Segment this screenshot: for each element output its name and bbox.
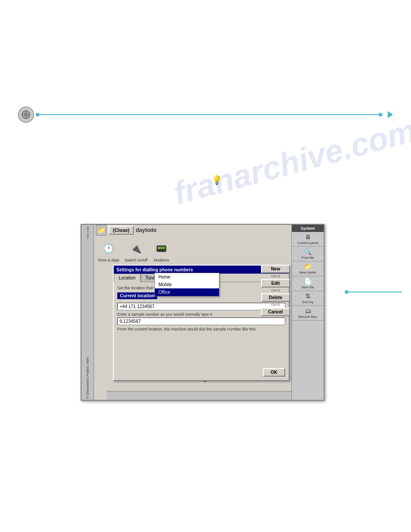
ok-button[interactable]: OK [263,368,285,377]
find-file-icon: 🔍 [304,248,312,255]
free-space-label: Free 6.2M [86,227,89,239]
lightbulb-icon: 💡 [211,175,223,185]
content-area: 🕐 Time & date 🔌 Switch on/off 📟 Modems S… [94,236,324,400]
recent-files-label: Recent files [299,315,317,319]
right-btn-control-panel[interactable]: 🖥 Control panel [292,232,324,247]
dropdown-item-mobile[interactable]: Mobile [155,281,219,288]
title-bar: 📁 (Close) daytodo [94,225,324,236]
control-icon-modems[interactable]: 📟 Modems [153,240,170,262]
new-folder-label: New folder [299,270,316,275]
modems-icon: 📟 [153,240,170,257]
status-bar [107,391,291,400]
ok-button-area: OK [263,368,285,377]
side-line [348,292,402,292]
right-btn-new-file[interactable]: 📄 New file [292,276,324,291]
cancel-button[interactable]: Cancel [261,308,290,316]
recent-files-icon: 🗂 [305,307,311,314]
sort-icon: ⇅ [305,292,311,300]
dialog-action-buttons: New Ctrl+N Edit Ctrl+E Delete Ctrl+D Can… [261,265,290,316]
phone-number-field[interactable]: +44 171 1234567 [117,303,285,310]
dial-result-label: From the current location, the machine w… [117,327,285,331]
line-end-dot [379,113,382,116]
app-icon: 📁 [96,225,107,236]
side-dot [345,290,348,294]
time-date-icon: 🕐 [100,240,117,257]
switch-label: Switch on/off [124,258,147,262]
new-button[interactable]: New [261,265,290,273]
new-folder-icon: 📁 [304,263,312,270]
dropdown-item-home[interactable]: Home [155,273,219,281]
watermark: franarchive.com [170,112,411,211]
switch-icon: 🔌 [128,240,145,257]
top-icon [18,107,34,123]
top-line-container [18,107,393,123]
current-location-value[interactable]: Current location [117,292,157,299]
main-window: Free 6.2M Documents \ Project \ mbm © 📁 … [81,224,325,401]
location-dropdown[interactable]: Home Mobile Office [154,273,219,296]
app-title: daytodo [136,227,157,233]
system-title: System [292,225,324,232]
edit-shortcut: Ctrl+E [261,289,290,292]
dropdown-item-office[interactable]: Office [155,288,219,296]
sidebar: Free 6.2M Documents \ Project \ mbm © [81,225,94,400]
new-file-label: New file [301,285,314,289]
control-panel-icon: 🖥 [305,233,311,240]
edit-button[interactable]: Edit [261,279,290,287]
right-btn-sort-by[interactable]: ⇅ Sort by [292,291,324,306]
line-start-dot [36,113,39,116]
time-date-label: Time & date [98,258,119,262]
sort-label: Sort by [302,300,313,304]
right-panel: System 🖥 Control panel 🔍 Find file 📁 New… [291,225,324,400]
sidebar-path: Documents \ Project \ mbm [86,357,89,395]
progress-line [38,114,381,115]
new-shortcut: Ctrl+N [261,275,290,278]
tab-location[interactable]: Location [114,274,141,282]
sample-label: Enter a sample number as you would norma… [117,312,285,317]
close-button[interactable]: (Close) [108,226,134,235]
sample-number-field[interactable]: 9,1234567 [117,317,285,325]
copyright-icon: © [86,395,89,400]
delete-shortcut: Ctrl+D [261,303,290,306]
svg-point-1 [24,112,28,117]
control-icons-row: 🕐 Time & date 🔌 Switch on/off 📟 Modems [94,236,324,267]
delete-button[interactable]: Delete [261,293,290,302]
dialog-title: Settings for dialling phone numbers [116,267,193,272]
control-panel-label: Control panel [297,241,319,245]
modems-label: Modems [154,258,169,262]
arrow-icon [388,111,393,118]
new-file-icon: 📄 [304,278,312,285]
right-btn-new-folder[interactable]: 📁 New folder [292,262,324,276]
right-btn-find-file[interactable]: 🔍 Find file [292,247,324,262]
right-btn-recent-files[interactable]: 🗂 Recent files [292,306,324,321]
control-icon-time[interactable]: 🕐 Time & date [98,240,119,262]
side-arrow-line [345,290,402,294]
find-file-label: Find file [301,256,314,260]
control-icon-switch[interactable]: 🔌 Switch on/off [124,240,147,262]
